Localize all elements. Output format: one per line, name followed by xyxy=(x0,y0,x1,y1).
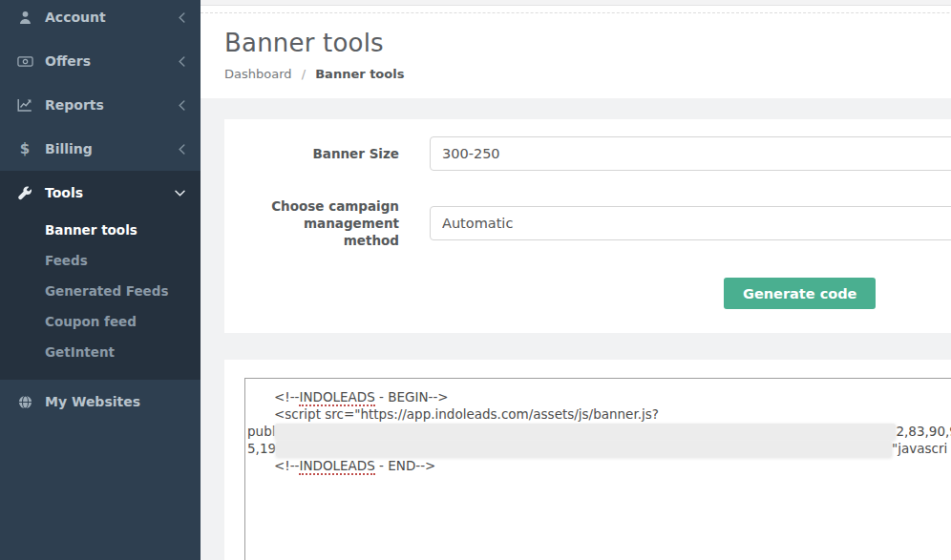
banner-size-select[interactable] xyxy=(430,136,951,171)
sidebar-item-tools[interactable]: Tools xyxy=(0,171,201,215)
sidebar-tools-section: Tools Banner tools Feeds Generated Feeds… xyxy=(0,171,201,380)
breadcrumb-separator: / xyxy=(302,67,306,81)
sidebar-subitem-feeds[interactable]: Feeds xyxy=(0,245,201,276)
campaign-method-label: Choose campaign management method xyxy=(248,197,399,249)
wrench-icon xyxy=(14,186,35,200)
sidebar-item-label: My Websites xyxy=(45,394,140,409)
chevron-left-icon xyxy=(179,144,185,155)
sidebar-subitem-generated-feeds[interactable]: Generated Feeds xyxy=(0,276,201,306)
banner-code-textarea[interactable]: <!--INDOLEADS - BEGIN--> <script src="ht… xyxy=(244,378,951,560)
dashed-divider xyxy=(201,12,951,13)
app-window: Account Offers Reports xyxy=(0,0,951,560)
campaign-method-row: Choose campaign management method xyxy=(248,197,951,249)
breadcrumb: Dashboard / Banner tools xyxy=(224,67,951,81)
chevron-left-icon xyxy=(179,12,185,23)
top-strip xyxy=(201,0,951,6)
sidebar-item-label: Offers xyxy=(45,53,91,69)
sidebar: Account Offers Reports xyxy=(0,0,201,560)
main-content: Banner tools Dashboard / Banner tools Ba… xyxy=(201,0,951,560)
chevron-left-icon xyxy=(179,100,185,111)
chart-icon xyxy=(14,98,35,112)
banner-size-label: Banner Size xyxy=(248,145,399,162)
page-title: Banner tools xyxy=(224,29,951,57)
user-icon xyxy=(14,10,35,25)
sidebar-item-offers[interactable]: Offers xyxy=(0,39,201,83)
sidebar-item-label: Account xyxy=(45,10,106,25)
code-output-panel: <!--INDOLEADS - BEGIN--> <script src="ht… xyxy=(224,360,951,560)
sidebar-menu: Account Offers Reports xyxy=(0,0,201,424)
sidebar-item-account[interactable]: Account xyxy=(0,0,201,39)
dollar-icon: $ xyxy=(14,140,35,157)
sidebar-subitem-getintent[interactable]: GetIntent xyxy=(0,337,201,367)
sidebar-subitem-coupon-feed[interactable]: Coupon feed xyxy=(0,306,201,337)
button-row: Generate code xyxy=(248,278,951,309)
code-line: <script src="https://app.indoleads.com/a… xyxy=(247,405,951,423)
sidebar-item-label: Tools xyxy=(45,185,83,200)
code-line: publ2,83,90,9 xyxy=(247,423,951,440)
sidebar-item-label: Reports xyxy=(45,97,104,113)
page-header: Banner tools Dashboard / Banner tools xyxy=(201,29,951,98)
chevron-down-icon xyxy=(175,190,185,197)
chevron-left-icon xyxy=(179,56,185,67)
campaign-method-select[interactable] xyxy=(430,206,951,240)
redacted-blur xyxy=(275,424,896,440)
globe-icon xyxy=(14,395,35,409)
sidebar-item-label: Billing xyxy=(45,141,93,156)
sidebar-subitem-banner-tools[interactable]: Banner tools xyxy=(0,215,201,245)
code-line: <!--INDOLEADS - BEGIN--> xyxy=(247,388,951,405)
code-line: <!--INDOLEADS - END--> xyxy=(247,457,951,474)
misspelled-word: INDOLEADS xyxy=(299,389,374,406)
code-line: 5,19"javascri xyxy=(247,440,951,457)
generate-code-button[interactable]: Generate code xyxy=(724,278,876,309)
breadcrumb-dashboard[interactable]: Dashboard xyxy=(224,67,292,81)
breadcrumb-current: Banner tools xyxy=(315,67,404,81)
content-area: Banner Size Choose campaign management m… xyxy=(201,98,951,560)
sidebar-item-my-websites[interactable]: My Websites xyxy=(0,380,201,424)
redacted-blur xyxy=(276,441,892,457)
misspelled-word: INDOLEADS xyxy=(299,458,374,475)
banknote-icon xyxy=(14,55,35,68)
banner-form-panel: Banner Size Choose campaign management m… xyxy=(224,119,951,333)
tools-submenu: Banner tools Feeds Generated Feeds Coupo… xyxy=(0,215,201,367)
sidebar-item-reports[interactable]: Reports xyxy=(0,83,201,127)
banner-size-row: Banner Size xyxy=(248,136,951,171)
sidebar-item-billing[interactable]: $ Billing xyxy=(0,127,201,171)
